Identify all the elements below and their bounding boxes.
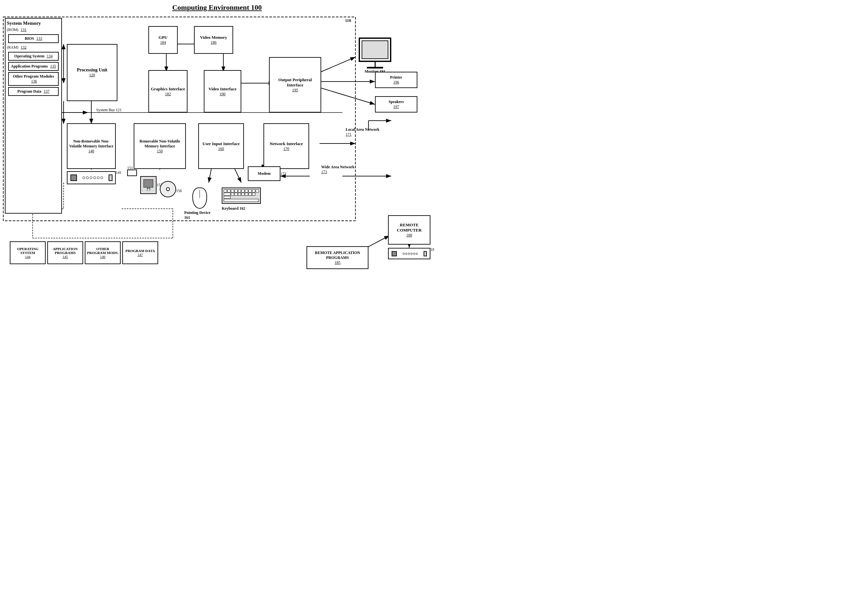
keyboard-label: Keyboard 162: [222, 206, 245, 211]
gpu-box: GPU 184: [148, 26, 178, 54]
program-data-box: Program Data 137: [8, 87, 59, 96]
hdd-ref-label: 141: [116, 170, 122, 175]
video-memory-box: Video Memory 186: [194, 26, 233, 54]
remote-hdd-ref: 181: [431, 247, 434, 252]
removable-box: Removable Non-Volatile Memory Interface …: [134, 123, 186, 169]
processing-unit-box: Processing Unit 120: [67, 44, 117, 101]
video-interface-box: Video Interface 190: [204, 70, 241, 113]
rom-label: (ROM): [7, 28, 18, 32]
graphics-interface-box: Graphics Interface 182: [148, 70, 187, 113]
label-110: 110: [345, 18, 351, 23]
network-interface-box: Network Interface 170: [264, 123, 309, 169]
lan-label: Local Area Network 171: [346, 127, 380, 137]
storage-os-box: OPERATING SYSTEM 144: [10, 241, 46, 264]
remote-app-box: REMOTE APPLICATION PROGRAMS 185: [306, 246, 368, 269]
pointing-device-icon: [192, 187, 207, 209]
ram-label: (RAM): [7, 45, 18, 49]
modem-box: Modem: [248, 166, 280, 181]
bios-box: BIOS 133: [8, 34, 59, 43]
storage-data-box: PROGRAM DATA 147: [122, 241, 158, 264]
keyboard-icon: [222, 187, 261, 204]
wan-label: Wide Area Network 173: [321, 165, 354, 175]
sys-memory-title: System Memory: [6, 19, 61, 27]
os-box: Operating System 134: [8, 52, 59, 61]
rom-ref: 131: [20, 28, 26, 32]
output-peripheral-box: Output Peripheral Interface 195: [269, 57, 321, 113]
ram-ref: 132: [20, 45, 26, 49]
modem-ref: 172: [280, 172, 286, 176]
monitor-area: Monitor 191: [355, 37, 395, 72]
storage-app-box: APPLICATION PROGRAMS 145: [47, 241, 83, 264]
pointing-device-label: Pointing Device 161: [184, 210, 210, 220]
system-bus-label: System Bus 121: [96, 108, 122, 113]
svg-line-16: [321, 57, 355, 72]
cd-ref-label: 156: [176, 189, 182, 193]
other-modules-box: Other Program Modules 136: [8, 72, 59, 86]
cd-icon: [160, 181, 176, 197]
floppy-icon: 💾: [140, 176, 156, 194]
system-memory-box: System Memory (ROM) 131 BIOS 133 (RAM) 1…: [5, 18, 62, 213]
non-removable-box: Non-Removable Non-Volatile Memory Interf…: [67, 123, 116, 169]
removable-ref-label: [127, 170, 137, 176]
printer-box: Printer 196: [375, 72, 417, 88]
removable-label-151: 151: [127, 165, 133, 170]
app-programs-box: Application Programs 135: [8, 62, 59, 71]
diagram-container: Computing Environment 100: [0, 0, 434, 302]
hdd-icon: [67, 171, 116, 184]
speakers-box: Speakers 197: [375, 96, 417, 113]
remote-hdd-icon: [388, 248, 431, 259]
remote-computer-box: REMOTE COMPUTER 180: [388, 215, 431, 244]
storage-other-box: OTHER PROGRAM MODS. 146: [85, 241, 120, 264]
svg-line-18: [321, 88, 375, 104]
page-title: Computing Environment 100: [0, 0, 434, 12]
user-input-box: User Input Interface 160: [198, 123, 244, 169]
